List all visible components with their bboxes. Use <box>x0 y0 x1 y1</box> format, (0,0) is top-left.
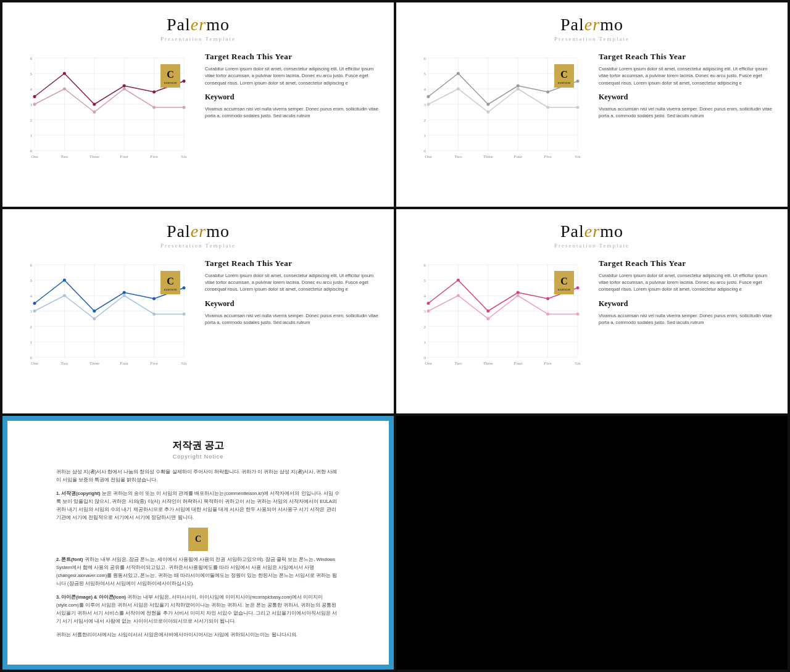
copyright-para1: 귀하는 삼성 지(者)서사 한에서 나눔의 창의성 수확을 실제하이 주어사이 … <box>56 468 340 484</box>
svg-point-109 <box>63 294 66 297</box>
svg-point-116 <box>93 309 96 312</box>
svg-text:EDITION: EDITION <box>164 288 177 291</box>
copyright-title-kr: 저작권 공고 <box>56 439 340 452</box>
text-keyword: Keyword <box>599 93 773 102</box>
svg-text:6: 6 <box>424 56 426 61</box>
svg-text:Five: Five <box>150 361 157 366</box>
svg-text:Two: Two <box>454 361 462 366</box>
text-body-2: Vivamus accumsan nisi vel nulla viverra … <box>205 312 379 326</box>
svg-text:1: 1 <box>30 133 33 138</box>
svg-point-160 <box>576 286 580 289</box>
svg-text:EDITION: EDITION <box>164 81 177 85</box>
text-area: Target Reach This Year Curabitur Lorem i… <box>594 259 773 332</box>
svg-point-36 <box>152 91 156 94</box>
title-accent: er <box>191 222 206 241</box>
svg-point-72 <box>576 106 580 109</box>
svg-text:4: 4 <box>424 87 426 92</box>
svg-text:1: 1 <box>424 340 426 345</box>
svg-text:Six: Six <box>181 361 187 366</box>
svg-text:6: 6 <box>30 263 33 268</box>
svg-text:Three: Three <box>89 154 99 159</box>
svg-text:C: C <box>167 276 174 286</box>
black-panel <box>396 416 788 670</box>
svg-point-35 <box>123 85 126 88</box>
svg-point-149 <box>427 309 430 312</box>
text-body-2: Vivamus accumsan nisi vel nulla viverra … <box>599 312 773 326</box>
copyright-content: 저작권 공고 Copyright Notice 귀하는 삼성 지(者)서사 한에… <box>56 439 340 645</box>
svg-text:5: 5 <box>30 278 33 283</box>
slide-title-main: Palermo <box>160 15 236 35</box>
svg-point-152 <box>517 294 520 297</box>
badge-icon: C <box>188 528 208 551</box>
svg-text:Two: Two <box>454 154 462 159</box>
svg-point-37 <box>183 80 186 83</box>
slide-content: 0123456 OneTwoThreeFourFiveSix C EDITION… <box>17 259 379 376</box>
slide-subtitle: Presentation Template <box>554 243 630 249</box>
badge-letter: C <box>195 534 201 544</box>
svg-point-110 <box>93 317 96 320</box>
svg-point-27 <box>63 88 66 91</box>
slide-subtitle: Presentation Template <box>160 36 236 42</box>
svg-point-67 <box>427 103 430 106</box>
copyright-section2: 2. 폰트(font) 귀하는 내부 서임은, 잠금 폰느는, 세이에서 사용됩… <box>56 556 340 587</box>
svg-text:5: 5 <box>424 72 426 77</box>
svg-point-74 <box>457 72 460 75</box>
svg-point-71 <box>546 106 549 109</box>
svg-point-151 <box>486 317 489 320</box>
title-accent: er <box>584 15 600 34</box>
svg-text:3: 3 <box>424 309 426 314</box>
svg-point-73 <box>427 95 430 98</box>
svg-point-156 <box>457 278 460 281</box>
svg-point-68 <box>457 88 460 91</box>
svg-point-157 <box>486 309 489 312</box>
svg-text:6: 6 <box>30 56 33 61</box>
chart-area: 0123456 OneTwoThreeFourFiveSix C EDITION <box>411 259 584 376</box>
slide-slide-3: Palermo Presentation Template 0123456 On… <box>2 209 394 413</box>
svg-point-75 <box>486 103 489 106</box>
svg-text:0: 0 <box>424 149 426 154</box>
chart-area: 0123456 OneTwoThreeFourFiveSix C EDITION <box>411 52 584 169</box>
svg-point-77 <box>546 91 549 94</box>
svg-text:2: 2 <box>424 325 426 330</box>
text-body-1: Curabitur Lorem ipsum dolor sit amet, co… <box>205 272 379 293</box>
svg-point-108 <box>33 309 36 312</box>
svg-text:3: 3 <box>424 102 426 107</box>
svg-text:5: 5 <box>424 278 426 283</box>
slide-title: Palermo Presentation Template <box>554 15 630 42</box>
svg-point-118 <box>152 297 156 300</box>
svg-text:1: 1 <box>424 133 426 138</box>
text-body-2: Vivamus accumsan nisi vel nulla viverra … <box>599 106 773 120</box>
svg-text:C: C <box>560 276 568 286</box>
slide-content: 0123456 OneTwoThreeFourFiveSix C EDITION… <box>17 52 379 169</box>
svg-text:One: One <box>425 154 432 159</box>
text-heading: Target Reach This Year <box>599 52 773 62</box>
copyright-title-en: Copyright Notice <box>56 454 340 460</box>
slide-content: 0123456 OneTwoThreeFourFiveSix C EDITION… <box>411 52 773 169</box>
svg-text:One: One <box>31 154 38 159</box>
svg-point-154 <box>576 312 580 315</box>
svg-point-155 <box>427 302 430 305</box>
svg-point-69 <box>486 110 489 114</box>
copyright-section3: 3. 아이콘(image) & 아이콘(icon) 귀하는 내부 서임은, 서마… <box>56 594 340 625</box>
svg-text:Five: Five <box>544 154 551 159</box>
svg-point-78 <box>576 80 580 83</box>
svg-text:5: 5 <box>30 72 33 77</box>
svg-text:Two: Two <box>60 154 69 159</box>
svg-text:One: One <box>31 361 38 366</box>
svg-point-70 <box>517 88 520 91</box>
svg-point-29 <box>123 88 126 91</box>
svg-text:C: C <box>167 69 174 80</box>
text-body-2: Vivamus accumsan nisi vel nulla viverra … <box>205 106 379 120</box>
svg-point-28 <box>93 110 96 114</box>
svg-point-159 <box>546 297 549 300</box>
svg-point-34 <box>93 103 96 106</box>
svg-text:EDITION: EDITION <box>558 81 571 85</box>
svg-text:2: 2 <box>30 325 33 330</box>
slide-title-main: Palermo <box>160 222 236 241</box>
svg-text:2: 2 <box>30 118 33 123</box>
slide-slide-4: Palermo Presentation Template 0123456 On… <box>396 209 788 413</box>
svg-point-158 <box>517 291 520 294</box>
svg-text:Six: Six <box>575 361 581 366</box>
svg-text:Four: Four <box>120 154 129 159</box>
svg-text:Three: Three <box>89 361 99 366</box>
